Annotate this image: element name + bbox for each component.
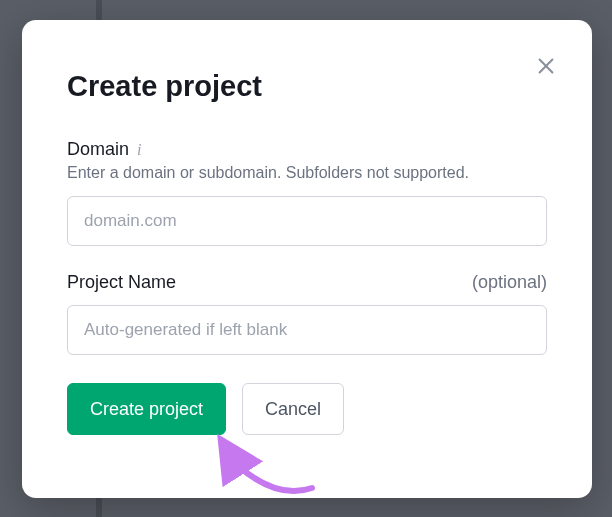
create-project-button[interactable]: Create project xyxy=(67,383,226,435)
close-icon xyxy=(535,55,557,77)
info-icon[interactable]: i xyxy=(137,142,141,158)
project-name-label: Project Name xyxy=(67,272,176,293)
create-project-modal: Create project Domain i Enter a domain o… xyxy=(22,20,592,498)
domain-help-text: Enter a domain or subdomain. Subfolders … xyxy=(67,164,547,182)
close-button[interactable] xyxy=(530,50,562,82)
optional-label: (optional) xyxy=(472,272,547,293)
button-row: Create project Cancel xyxy=(67,383,547,435)
cancel-button[interactable]: Cancel xyxy=(242,383,344,435)
project-name-input[interactable] xyxy=(67,305,547,355)
domain-label: Domain xyxy=(67,139,129,160)
project-name-field-group: Project Name (optional) xyxy=(67,272,547,355)
domain-input[interactable] xyxy=(67,196,547,246)
modal-title: Create project xyxy=(67,70,547,103)
domain-field-group: Domain i Enter a domain or subdomain. Su… xyxy=(67,139,547,246)
annotation-arrow xyxy=(202,430,332,510)
